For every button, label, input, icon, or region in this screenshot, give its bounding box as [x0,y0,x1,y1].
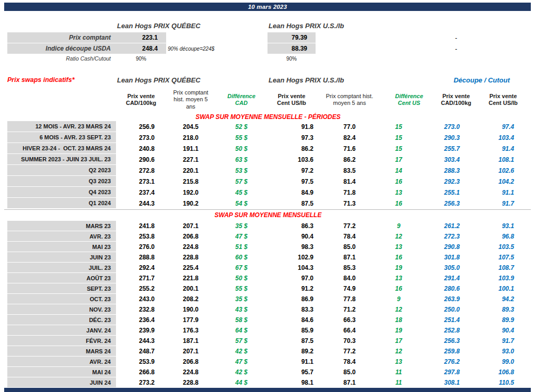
prix-comptant-hist-cad-value: 228.8 [166,377,215,388]
col-header-cutout-centus: Prix vente Cent US/lb [478,87,529,113]
swap-month-row: MAI 23276.0224.851 $98.385.013290.8103.5 [7,242,529,252]
difference-cad-value: 57 $ [215,336,268,346]
prix-comptant-hist-us-value: 85.0 [316,367,383,377]
prix-comptant-hist-cad-value: 177.9 [166,315,215,325]
difference-centus-value: 9 [383,221,435,231]
prix-vente-centus-value: 95.7 [268,367,316,377]
prix-vente-cad-value: 290.6 [116,154,166,165]
prix-comptant-hist-cad-value: 176.3 [166,325,215,336]
prix-comptant-hist-us-value: 66.3 [316,315,383,325]
swap-month-row: AVR. 23253.8206.847 $90.478.412272.396.8 [7,231,529,242]
period-label: 12 MOIS - AVR. 23 MARS 24 [7,121,116,132]
prix-comptant-hist-us-value: 83.5 [316,165,383,176]
difference-cad-value: 64 $ [215,325,268,336]
difference-cad-value: 45 $ [215,187,268,198]
months-section-title: SWAP SUR MOYENNE MENSUELLE [7,209,529,221]
prix-vente-centus-value: 87.5 [268,336,316,346]
swap-month-row: DÉC. 23236.4177.958 $84.666.318251.489.9 [7,315,529,325]
cutout-centus-value: 106.8 [478,367,529,377]
spot-quebec-header: Lean Hogs PRIX QUÉBEC [116,19,268,32]
prix-comptant-hist-us-value: 77.0 [316,121,383,132]
prix-vente-centus-value: 91.1 [268,357,316,367]
prix-vente-centus-value: 103.6 [268,154,316,165]
month-label: JUIN 23 [7,252,116,263]
cutout-centus-value: 107.5 [478,252,529,263]
month-label: OCT. 23 [7,294,116,304]
swap-month-row: MAI 24266.8224.842 $95.785.011297.8106.8 [7,367,529,377]
swap-month-row: AVR. 24253.9206.847 $91.178.413276.299.0 [7,357,529,367]
prix-vente-centus-value: 91.8 [268,121,316,132]
swap-period-row: Q3 2023273.1215.857 $97.581.416292.3104.… [7,176,529,187]
prix-vente-cad-value: 248.7 [116,346,166,357]
spot-row-label: Indice découpe USDA [7,43,116,54]
prix-vente-cad-value: 276.0 [116,242,166,252]
lean-hogs-price-report: 10 mars 2023 Lean Hogs PRIX QUÉBEC Lean … [0,0,535,392]
cutout-cad-value: 256.3 [435,336,478,346]
difference-cad-value: 67 $ [215,263,268,273]
month-label: AOÛT 23 [7,273,116,283]
ratio-us-value: 90% [268,54,316,63]
prix-vente-centus-value: 97.0 [268,273,316,283]
prix-comptant-hist-cad-value: 206.8 [166,357,215,367]
prix-vente-centus-value: 86.9 [268,294,316,304]
period-label: 6 MOIS - AVR. 23 SEPT. 23 [7,132,116,143]
period-label: Q1 2024 [7,198,116,209]
difference-centus-value: 18 [383,315,435,325]
prix-comptant-hist-us-value: 77.2 [316,221,383,231]
prix-vente-cad-value: 240.8 [116,143,166,154]
swaps-us-header: Lean Hogs PRIX U.S./lb [268,73,435,87]
month-label: AVR. 23 [7,231,116,242]
prix-vente-centus-value: 85.9 [268,325,316,336]
period-label: Q3 2023 [7,176,116,187]
cutout-cad-value: 255.1 [435,187,478,198]
prix-vente-cad-value: 288.8 [116,252,166,263]
cutout-centus-value: 99.0 [478,357,529,367]
prix-vente-cad-value: 236.4 [116,315,166,325]
ratio-label: Ratio Cash/Cutout [7,54,116,63]
cutout-centus-value: 93.1 [478,221,529,231]
prix-comptant-hist-us-value: 85.0 [316,242,383,252]
month-label: MARS 23 [7,221,116,231]
cutout-centus-value: 97.4 [478,121,529,132]
cutout-cad-value: 263.9 [435,294,478,304]
prix-vente-cad-value: 237.4 [116,187,166,198]
swap-period-row: Q1 2024244.3190.254 $87.571.316256.391.7 [7,198,529,209]
difference-cad-value: 42 $ [215,367,268,377]
spot-note [166,32,268,43]
cutout-centus-value: 93.0 [478,346,529,357]
prix-vente-centus-value: 98.3 [268,242,316,252]
prix-comptant-hist-cad-value: 227.1 [166,154,215,165]
prix-comptant-hist-us-value: 87.1 [316,377,383,388]
prix-vente-centus-value: 102.9 [268,252,316,263]
swap-month-row: NOV. 23232.8190.043 $83.371.212250.089.3 [7,304,529,315]
difference-cad-value: 53 $ [215,165,268,176]
prix-vente-cad-value: 266.8 [116,367,166,377]
prix-vente-cad-value: 271.7 [116,273,166,283]
prix-vente-centus-value: 97.2 [268,165,316,176]
swap-month-row: OCT. 23243.0208.235 $86.977.89263.994.2 [7,294,529,304]
difference-cad-value: 35 $ [215,294,268,304]
difference-cad-value: 44 $ [215,377,268,388]
difference-centus-value: 16 [383,283,435,294]
spot-row-ratio: Ratio Cash/Cutout 90% 90% [7,54,529,63]
col-header-prix-vente-cad: Prix vente CAD/100kg [116,87,166,113]
col-header-difference-cad: Différence CAD [215,87,268,113]
difference-centus-value: 16 [383,252,435,263]
cutout-centus-value: 103.4 [478,132,529,143]
prix-vente-cad-value: 243.0 [116,294,166,304]
month-label: NOV. 23 [7,304,116,315]
swap-month-row: FÉVR. 24244.3187.157 $87.570.317256.391.… [7,336,529,346]
prix-comptant-hist-cad-value: 207.1 [166,346,215,357]
prix-comptant-hist-us-value: 71.6 [316,143,383,154]
difference-centus-value: 13 [383,187,435,198]
swaps-title: Prix swaps indicatifs* [7,73,116,87]
prix-comptant-hist-cad-value: 204.5 [166,121,215,132]
prix-comptant-hist-cad-value: 228.8 [166,252,215,263]
swap-period-row: HIVER 23-24 - OCT. 23 MARS 24240.8191.15… [7,143,529,154]
difference-centus-value: 15 [383,121,435,132]
cutout-centus-value: 102.6 [478,165,529,176]
prix-comptant-hist-us-value: 71.8 [316,187,383,198]
difference-cad-value: 42 $ [215,346,268,357]
report-date: 10 mars 2023 [248,4,287,10]
cutout-cad-value: 256.3 [435,198,478,209]
